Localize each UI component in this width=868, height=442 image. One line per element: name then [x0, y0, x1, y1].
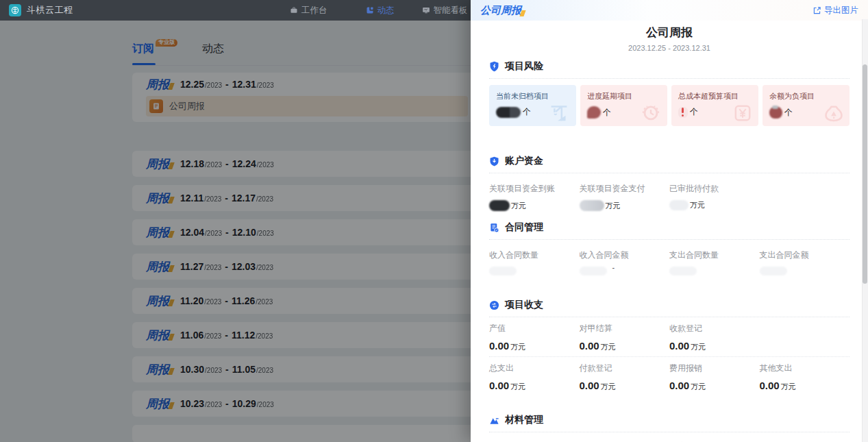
stat-output-value: 产值 0.00万元 [489, 323, 580, 352]
risk-card-schedule-delay: 进度延期项目 个 [580, 85, 667, 126]
export-icon [813, 6, 821, 15]
stat-total-expense: 总支出 0.00万元 [489, 363, 580, 392]
shield-icon [489, 61, 499, 72]
redacted-value [678, 107, 688, 118]
activity-icon [366, 6, 374, 14]
workbench-icon [290, 6, 298, 14]
nav-item-workbench[interactable]: 工作台 [290, 5, 327, 16]
redacted-value [489, 267, 517, 275]
contract-stats: 收入合同数量 收入合同金额 - 支出合同数量 支出合同金额 [489, 249, 850, 275]
stat-funds-paid: 关联项目资金支付 万元 [580, 183, 670, 211]
stat-other-expense: 其他支出 0.00万元 [760, 363, 850, 392]
redacted-value [760, 267, 787, 275]
redacted-value [669, 267, 697, 275]
moneybag-icon [822, 101, 845, 125]
drawer-scrollbar-thumb[interactable] [863, 64, 867, 284]
risk-card-cost-overrun: 总成本超预算项目 个 [671, 85, 758, 126]
stat-expense-reimburse: 费用报销 0.00万元 [669, 363, 760, 392]
material-pile-icon [489, 415, 499, 426]
redacted-value [496, 107, 521, 118]
app-brand[interactable]: 斗栱云工程 [9, 4, 73, 16]
company-weekly-report-drawer: 公司周报 导出图片 公司周报 2023.12.25 - 2023.12.31 项… [471, 0, 868, 442]
section-contract-management: 合同管理 收入合同数量 收入合同金额 - 支出合同数量 [489, 221, 850, 275]
risk-card-negative-balance: 余额为负项目 个 [762, 85, 850, 126]
stat-funds-received: 关联项目资金到账 万元 [489, 183, 580, 211]
stat-income-contract-amount: 收入合同金额 - [580, 249, 670, 275]
redacted-value [669, 200, 689, 210]
drawer-header: 公司周报 导出图片 [471, 0, 868, 21]
risk-card-unarchived: 当前未归档项目 个 [489, 85, 576, 126]
stat-receipt-register: 收款登记 0.00万元 [669, 323, 760, 352]
export-image-button[interactable]: 导出图片 [813, 5, 858, 16]
app-logo-icon [9, 4, 21, 16]
stat-income-contract-count: 收入合同数量 [489, 249, 580, 275]
redacted-value [587, 106, 601, 119]
stat-expense-contract-amount: 支出合同金额 [760, 249, 850, 275]
company-weekly-report-logo: 公司周报 [480, 4, 525, 17]
stat-approved-pending: 已审批待付款 万元 [669, 183, 760, 211]
redacted-value [580, 200, 604, 211]
redacted-value [489, 200, 510, 211]
wallet-icon [489, 156, 499, 167]
section-material-management: 材料管理 采购订单数量 0个 采购订单金额 0.00万元 入库单金额 0.00万… [489, 414, 850, 442]
app-window: 斗栱云工程 工作台 动态 智能看板 专业版 [0, 0, 868, 442]
redacted-value [580, 267, 607, 275]
nav-menu: 工作台 动态 智能看板 专业版 [290, 0, 493, 21]
redacted-value [769, 106, 782, 119]
drawer-scrollbar-track[interactable] [862, 19, 868, 442]
balance-expense-row: 总支出 0.00万元 付款登记 0.00万元 费用报销 0.00万元 其他支出 … [489, 363, 850, 392]
clock-icon [638, 100, 663, 125]
nav-item-activity[interactable]: 动态 [366, 5, 395, 16]
dashboard-icon [422, 6, 430, 14]
funds-stats: 关联项目资金到账 万元 关联项目资金支付 万元 已审批待付款 万元 [489, 183, 850, 211]
balance-income-row: 产值 0.00万元 对甲结算 0.00万元 收款登记 0.00万元 [489, 323, 850, 352]
stat-owner-settlement: 对甲结算 0.00万元 [580, 323, 670, 352]
app-brand-name: 斗栱云工程 [27, 4, 73, 16]
report-date-range: 2023.12.25 - 2023.12.31 [471, 44, 868, 52]
yuan-icon [731, 101, 754, 125]
section-account-funds: 账户资金 关联项目资金到账 万元 关联项目资金支付 万元 已审批待付款 万元 [489, 155, 850, 211]
exchange-icon [489, 300, 499, 310]
risk-cards: 当前未归档项目 个 进度延期项目 个 总成本超预算项 [489, 85, 850, 126]
section-project-risk: 项目风险 当前未归档项目 个 进度延期项目 个 [489, 60, 850, 126]
crane-icon [546, 99, 572, 125]
report-body: 项目风险 当前未归档项目 个 进度延期项目 个 [471, 60, 868, 442]
stat-expense-contract-count: 支出合同数量 [669, 249, 760, 275]
contract-icon [489, 223, 499, 233]
section-project-balance: 项目收支 产值 0.00万元 对甲结算 0.00万元 收款登记 0.00万元 [489, 299, 850, 392]
stat-payment-register: 付款登记 0.00万元 [580, 363, 670, 392]
report-title: 公司周报 [471, 25, 868, 40]
